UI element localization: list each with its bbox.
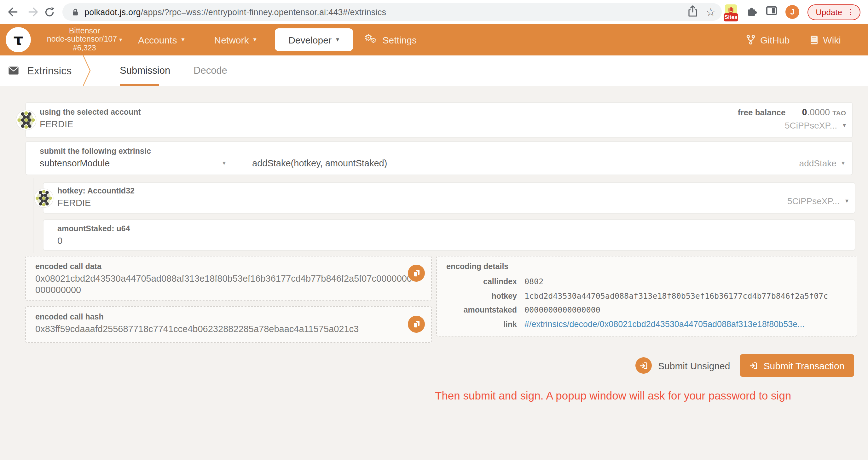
sites-extension-badge: Sites: [724, 13, 738, 21]
free-balance: free balance 0 .0000 TAO: [738, 107, 846, 117]
encoding-details-label: encoding details: [446, 262, 850, 271]
section-label: Extrinsics: [27, 65, 71, 76]
hotkey-address-dropdown[interactable]: 5CiPPseXP... ▾: [787, 196, 848, 206]
copy-call-data-button[interactable]: [408, 265, 425, 282]
hotkey-address-short: 5CiPPseXP...: [787, 196, 840, 206]
encoded-call-hash: encoded call hash 0x83ff59cdaaafd2556877…: [25, 306, 432, 343]
chevron-down-icon: ▾: [845, 198, 848, 204]
bookmark-star-icon[interactable]: ☆: [706, 7, 716, 17]
best-block-number: #6,323: [38, 44, 130, 52]
tab-submission[interactable]: Submission: [120, 56, 170, 86]
account-address-short: 5CiPPseXP...: [785, 120, 837, 130]
sign-in-icon: [636, 357, 652, 374]
method-signature[interactable]: addStake(hotkey, amountStaked): [252, 158, 387, 168]
encoded-call-data-value: 0x08021cbd2d43530a44705ad088af313e18f80b…: [35, 273, 413, 296]
extrinsic-select: submit the following extrinsic subtensor…: [25, 141, 853, 175]
account-name: FERDIE: [40, 119, 846, 129]
extensions-puzzle-icon[interactable]: [746, 5, 758, 19]
encoding-row-amountstaked: amountstaked 0000000000000000: [446, 303, 850, 317]
side-panel-icon[interactable]: [766, 6, 777, 18]
sign-in-icon: [750, 361, 758, 369]
param-hotkey-name: FERDIE: [57, 198, 848, 208]
chain-selector[interactable]: Bittensor node-subtensor/107 ▾ #6,323: [38, 27, 130, 52]
params-indent-line: [33, 178, 33, 253]
nav-item-settings[interactable]: ⚙⚙ Settings: [364, 33, 417, 46]
free-balance-label: free balance: [738, 108, 786, 117]
encoding-row-callindex: callindex 0802: [446, 275, 850, 289]
update-label: Update: [816, 7, 842, 17]
page: polkadot.js.org/apps/?rpc=wss://entrypoi…: [0, 0, 868, 460]
param-amount-label: amountStaked: u64: [57, 224, 848, 233]
url-text: polkadot.js.org/apps/?rpc=wss://entrypoi…: [85, 7, 386, 17]
chevron-down-icon[interactable]: ▾: [222, 160, 226, 166]
nav-item-network[interactable]: Network▾: [214, 34, 256, 45]
account-address-dropdown[interactable]: 5CiPPseXP... ▾: [738, 120, 846, 130]
lock-icon: [72, 8, 79, 16]
sites-extension-icon[interactable]: Sites: [724, 4, 738, 21]
chevron-down-icon: ▾: [336, 37, 339, 43]
param-hotkey-select[interactable]: hotkey: AccountId32 FERDIE 5CiPPseXP... …: [43, 182, 856, 213]
refresh-icon[interactable]: [41, 4, 57, 20]
chevron-down-icon: ▾: [253, 37, 256, 43]
share-icon[interactable]: [688, 5, 698, 19]
chain-name: Bittensor: [38, 27, 130, 36]
nav-item-developer[interactable]: Developer▾: [275, 28, 353, 51]
encoded-call-hash-value: 0x83ff59cdaaafd255687718c7741cce4b062328…: [35, 324, 413, 335]
book-icon: [810, 35, 818, 44]
account-select-label: using the selected account: [40, 108, 846, 117]
tab-decode[interactable]: Decode: [193, 56, 227, 86]
chevron-down-icon: ▾: [119, 37, 122, 43]
decode-link[interactable]: #/extrinsics/decode/0x08021cbd2d43530a44…: [524, 317, 805, 331]
browser-menu-dots-icon[interactable]: ⋮: [846, 7, 854, 17]
copy-icon: [412, 268, 421, 278]
back-icon[interactable]: [5, 4, 20, 20]
copy-call-hash-button[interactable]: [408, 316, 425, 333]
submit-transaction-button[interactable]: Submit Transaction: [740, 354, 854, 377]
account-identicon[interactable]: [16, 110, 37, 130]
copy-icon: [412, 320, 421, 329]
module-select[interactable]: subtensorModule: [40, 158, 222, 168]
method-select[interactable]: addStake ▾: [799, 158, 845, 168]
encoded-call-data: encoded call data 0x08021cbd2d43530a4470…: [25, 256, 432, 301]
chevron-down-icon: ▾: [843, 122, 846, 129]
param-amount-input[interactable]: amountStaked: u64 0: [43, 219, 856, 251]
app-header: τ Bittensor node-subtensor/107 ▾ #6,323 …: [0, 24, 868, 56]
nav-item-accounts[interactable]: Accounts▾: [138, 34, 184, 45]
submit-unsigned-button[interactable]: Submit Unsigned: [636, 357, 730, 374]
instruction-note: Then submit and sign. A popup window wil…: [435, 389, 791, 403]
account-select[interactable]: using the selected account FERDIE free b…: [25, 102, 853, 138]
extrinsic-select-label: submit the following extrinsic: [40, 147, 846, 156]
sites-extension-art: [725, 4, 737, 14]
mail-icon: [8, 66, 19, 75]
chevron-down-icon: ▾: [841, 160, 845, 166]
encoding-details: encoding details callindex 0802 hotkey 1…: [436, 256, 857, 336]
github-link[interactable]: GitHub: [746, 34, 789, 45]
wiki-link[interactable]: Wiki: [810, 34, 841, 45]
update-button[interactable]: Update ⋮: [807, 4, 861, 20]
param-amount-value[interactable]: 0: [57, 236, 848, 246]
param-hotkey-label: hotkey: AccountId32: [57, 187, 848, 195]
bittensor-logo[interactable]: τ: [6, 27, 31, 52]
url-path: /apps/?rpc=wss://entrypoint-finney.opent…: [141, 7, 386, 17]
encoded-call-data-label: encoded call data: [35, 262, 425, 271]
node-version: node-subtensor/107 ▾: [38, 36, 130, 44]
encoded-call-hash-label: encoded call hash: [35, 313, 425, 321]
gears-icon: ⚙⚙: [364, 33, 378, 46]
url-host: polkadot.js.org: [85, 7, 141, 17]
browser-toolbar: polkadot.js.org/apps/?rpc=wss://entrypoi…: [0, 0, 868, 24]
code-fork-icon: [746, 35, 755, 45]
encoding-row-link: link #/extrinsics/decode/0x08021cbd2d435…: [446, 317, 850, 331]
address-bar[interactable]: polkadot.js.org/apps/?rpc=wss://entrypoi…: [62, 3, 722, 21]
forward-icon[interactable]: [25, 4, 40, 20]
encoding-row-hotkey: hotkey 1cbd2d43530a44705ad088af313e18f80…: [446, 289, 850, 303]
section-heading: Extrinsics: [8, 56, 71, 86]
section-chevron-divider: [82, 56, 92, 86]
hotkey-identicon[interactable]: [34, 188, 54, 208]
profile-avatar[interactable]: J: [785, 5, 799, 19]
token-unit: TAO: [832, 109, 846, 117]
chevron-down-icon: ▾: [181, 37, 184, 43]
tab-bar: Extrinsics Submission Decode: [0, 56, 868, 86]
